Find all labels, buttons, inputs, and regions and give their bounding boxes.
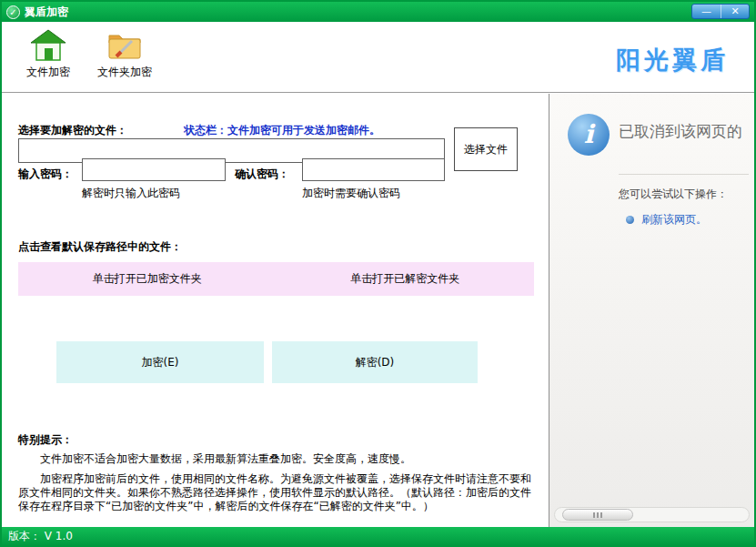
main-panel: 选择要加解密的文件： 状态栏：文件加密可用于发送加密邮件。 选择文件 输入密码：… [2,94,549,527]
horizontal-scrollbar[interactable] [554,507,750,522]
browser-panel: i 已取消到该网页的 您可以尝试以下操作： 刷新该网页。 [549,94,754,527]
folder-links-bar: 单击打开已加密文件夹 单击打开已解密文件夹 [18,262,534,296]
app-window: ✓ 翼盾加密 — ✕ 文件加密 文件夹加密 阳光翼盾 [0,0,756,547]
minimize-button[interactable]: — [692,5,721,18]
password-label: 输入密码： [18,167,73,182]
content-area: 选择要加解密的文件： 状态栏：文件加密可用于发送加密邮件。 选择文件 输入密码：… [2,94,754,527]
refresh-row: 刷新该网页。 [626,212,707,228]
folder-sword-icon [106,29,143,62]
tip-line-2: 加密程序加密前后的文件，使用相同的文件名称。为避免源文件被覆盖，选择保存文件时请… [18,472,533,513]
browser-error-heading: 已取消到该网页的 [619,121,754,142]
confirm-password-hint: 加密时需要确认密码 [302,186,400,201]
toolbar-folder-encrypt-label: 文件夹加密 [86,65,164,80]
info-icon: i [568,114,610,156]
confirm-password-label: 确认密码： [235,167,289,182]
open-encrypted-folder-link[interactable]: 单击打开已加密文件夹 [18,262,277,296]
decrypt-button[interactable]: 解密(D) [272,341,478,383]
select-file-button[interactable]: 选择文件 [454,127,518,171]
tip-line-1: 文件加密不适合加密大量数据，采用最新算法重叠加密。安全度高，速度慢。 [18,452,533,466]
app-check-icon: ✓ [6,5,20,19]
toolbar-file-encrypt[interactable]: 文件加密 [15,29,82,80]
scrollbar-grip-icon [593,512,602,518]
house-icon [30,29,66,62]
browser-suggestion-label: 您可以尝试以下操作： [619,187,728,202]
confirm-password-input[interactable] [302,158,445,181]
password-hint: 解密时只输入此密码 [82,186,180,201]
toolbar-folder-encrypt[interactable]: 文件夹加密 [86,29,164,80]
toolbar-file-encrypt-label: 文件加密 [15,65,82,80]
window-controls: — ✕ [691,4,750,19]
titlebar: ✓ 翼盾加密 — ✕ [2,2,754,22]
statusbar: 版本： V 1.0 [2,527,754,545]
heading-divider [619,174,749,175]
open-decrypted-folder-link[interactable]: 单击打开已解密文件夹 [277,262,535,296]
password-input[interactable] [82,158,226,181]
close-button[interactable]: ✕ [721,5,749,18]
version-label: 版本： V 1.0 [8,530,73,542]
scrollbar-thumb[interactable] [562,509,633,521]
window-title: 翼盾加密 [25,5,68,20]
refresh-link[interactable]: 刷新该网页。 [641,212,707,228]
brand-logo: 阳光翼盾 [616,44,729,76]
encrypt-button[interactable]: 加密(E) [56,341,264,383]
file-select-label: 选择要加解密的文件： [18,123,127,138]
status-hint-text: 状态栏：文件加密可用于发送加密邮件。 [184,123,380,138]
toolbar: 文件加密 文件夹加密 阳光翼盾 [2,22,754,93]
bullet-icon [626,216,634,224]
tips-title: 特别提示： [18,432,73,448]
default-path-title: 点击查看默认保存路径中的文件： [18,239,182,255]
